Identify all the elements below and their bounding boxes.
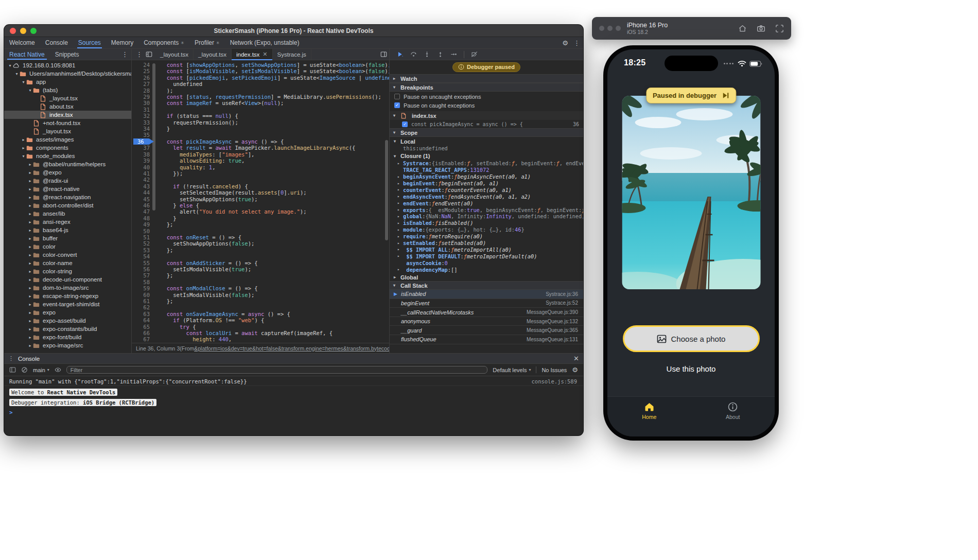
scope-group-local[interactable]: ▾Local [390,137,583,145]
console-prompt[interactable]: > [4,407,583,416]
step-into-icon[interactable] [424,51,430,58]
tab-components[interactable]: Components✳ [138,37,189,48]
tree-item-escape-string-regexp[interactable]: ▸escape-string-regexp [4,292,131,300]
sim-camera-icon[interactable] [757,24,765,33]
drawer-menu-icon[interactable]: ⋮ [8,355,14,362]
resume-debugger-icon[interactable] [722,92,729,99]
sim-minimize-button[interactable] [607,26,613,31]
console-message-2[interactable]: Debugger integration: iOS Bridge (RCTBri… [4,398,583,407]
callstack-frame-anonymous[interactable]: anonymousMessageQueue.js:132 [390,317,583,326]
tree-item--react-navigation[interactable]: ▸@react-navigation [4,193,131,201]
tree-item--radix-ui[interactable]: ▸@radix-ui [4,177,131,185]
close-drawer-icon[interactable]: ✕ [573,355,579,362]
editor-more-icon[interactable]: ⋮ [136,50,143,58]
source-url-link[interactable]: &platform=ios&dev=true&hot=false&transfo… [194,345,389,352]
tree-item-decode-uri-component[interactable]: ▸decode-uri-component [4,275,131,284]
callstack-frame--callReactNativeMicrotasks[interactable]: __callReactNativeMicrotasksMessageQueue.… [390,308,583,317]
source-location-link[interactable]: console.js:589 [531,378,577,384]
resume-script-icon[interactable] [397,51,404,58]
tree-item-color[interactable]: ▸color [4,242,131,251]
close-tab-icon[interactable]: ✕ [263,51,267,58]
tab-snippets[interactable]: Snippets [50,49,84,60]
editor-tab-1--layout-tsx[interactable]: _layout.tsx [194,49,232,60]
scope-variable--IMPORT-DEFAULT[interactable]: ▸_$$_IMPORT_DEFAULT: ƒ metroImportDefaul… [390,253,583,259]
tree-item--react-native[interactable]: ▸@react-native [4,185,131,193]
scope-variable-Systrace[interactable]: ▸Systrace: {isEnabled: ƒ, setEnabled: ƒ,… [390,160,583,167]
scope-variable--asyncCookie[interactable]: _asyncCookie: 0 [390,259,583,266]
tree-item-dom-to-image-src[interactable]: ▸dom-to-image/src [4,284,131,292]
scope-variable-beginAsyncEvent[interactable]: ▸beginAsyncEvent: ƒ beginAsyncEvent(a0, … [390,173,583,180]
tree-item-color-string[interactable]: ▸color-string [4,267,131,275]
scope-group-closure-[interactable]: ▾Closure (1) [390,152,583,160]
tree-item-expo-font-build[interactable]: ▸expo-font/build [4,333,131,341]
tree-item-expo[interactable]: ▸expo [4,308,131,317]
scope-variable-setEnabled[interactable]: ▸setEnabled: ƒ setEnabled(a0) [390,240,583,247]
editor-scrollbar[interactable] [385,140,388,240]
clear-console-icon[interactable] [21,366,28,373]
tree-item-base64-js[interactable]: ▸base64-js [4,226,131,234]
tree-item-expo-asset-build[interactable]: ▸expo-asset/build [4,317,131,325]
tree-item-about-tsx[interactable]: about.tsx [4,102,131,111]
tree-item--expo[interactable]: ▸@expo [4,168,131,177]
breakpoint-file-group[interactable]: ▾ index.tsx [390,111,583,120]
scope-variable-module[interactable]: ▸module: {exports: {…}, hot: {…}, id: 46… [390,226,583,233]
editor-tab-0--layout-tsx[interactable]: _layout.tsx [155,49,194,60]
scope-variable-endAsyncEvent[interactable]: ▸endAsyncEvent: ƒ endAsyncEvent(a0, a1, … [390,193,583,200]
console-filter-input[interactable] [66,366,488,374]
tree-item--layout-tsx[interactable]: _layout.tsx [4,94,131,102]
sim-home-icon[interactable] [738,24,747,33]
console-drawer-tab[interactable]: Console [18,356,40,362]
editor-tab-2-index-tsx[interactable]: index.tsx✕ [232,49,273,60]
breakpoint-entry[interactable]: ✓ const pickImageAsync = async () => { 3… [390,120,583,128]
sim-close-button[interactable] [599,26,604,31]
scope-variable-counterEvent[interactable]: ▸counterEvent: ƒ counterEvent(a0, a1) [390,186,583,193]
tree-item-assets-images[interactable]: ▸assets/images [4,135,131,144]
settings-gear-icon[interactable]: ⚙ [562,39,568,47]
tab-sources[interactable]: Sources [73,37,106,48]
scope-variable-TRACE-TAG-REACT-APPS[interactable]: TRACE_TAG_REACT_APPS: 131072 [390,167,583,173]
navigator-toggle-icon[interactable] [146,51,152,58]
tree-item-abort-controller-dist[interactable]: ▸abort-controller/dist [4,201,131,209]
scope-variable-endEvent[interactable]: ▸endEvent: ƒ endEvent(a0) [390,200,583,206]
tab-react-native[interactable]: React Native [4,49,50,60]
console-settings-gear-icon[interactable]: ⚙ [572,366,578,374]
tree-item-192-168-0-105-8081[interactable]: ▾192.168.0.105:8081 [4,61,131,69]
console-message-0[interactable]: Running "main" with {"rootTag":1,"initia… [4,377,583,386]
console-sidebar-icon[interactable] [9,366,16,373]
tab-profiler[interactable]: Profiler✳ [189,37,225,48]
tree-item-components[interactable]: ▸components [4,144,131,152]
breakpoint-option[interactable]: ✓Pause on caught exceptions [390,101,583,109]
tree-item--layout-tsx[interactable]: _layout.tsx [4,127,131,135]
scope-variable-isEnabled[interactable]: ▸isEnabled: ƒ isEnabled() [390,220,583,226]
tree-item-node-modules[interactable]: ▾node_modules [4,152,131,160]
tab-welcome[interactable]: Welcome [4,37,40,48]
callstack-section-header[interactable]: ▾Call Stack [390,281,583,290]
tree-item-app[interactable]: ▾app [4,78,131,86]
live-expression-eye-icon[interactable] [55,366,61,373]
step-icon[interactable] [450,51,457,58]
scope-variable--IMPORT-ALL[interactable]: ▸_$$_IMPORT_ALL: ƒ metroImportAll(a0) [390,246,583,253]
tab-network-expo-unstable-[interactable]: Network (Expo, unstable) [225,37,305,48]
tree-item-anser-lib[interactable]: ▸anser/lib [4,209,131,218]
log-levels-dropdown[interactable]: Default levels▾ [493,367,531,373]
scope-variable-require[interactable]: ▸require: ƒ metroRequire(a0) [390,233,583,240]
use-this-photo-button[interactable]: Use this photo [607,364,775,373]
step-out-icon[interactable] [437,51,444,58]
tree-item-buffer[interactable]: ▸buffer [4,234,131,242]
watch-section-header[interactable]: ▸Watch [390,74,583,83]
tree-item-color-convert[interactable]: ▸color-convert [4,251,131,259]
tree-item-index-tsx[interactable]: index.tsx [4,111,131,119]
debugger-sidebar-toggle-icon[interactable] [380,51,387,58]
breakpoints-section-header[interactable]: ▾Breakpoints [390,83,583,92]
navigator-more-icon[interactable]: ⋮ [121,50,128,58]
tree-item-expo-image-src[interactable]: ▸expo-image/src [4,341,131,349]
tree-item-ansi-regex[interactable]: ▸ansi-regex [4,218,131,226]
tab-about[interactable]: About [691,401,775,436]
code-area[interactable]: 24 const [showAppOptions, setShowAppOpti… [132,60,389,343]
tree-item-event-target-shim-dist[interactable]: ▸event-target-shim/dist [4,300,131,308]
sim-zoom-button[interactable] [616,26,621,31]
deactivate-breakpoints-icon[interactable] [471,51,478,58]
callstack-frame-isEnabled[interactable]: ▶isEnabledSystrace.js:36 [390,290,583,299]
sim-screenshot-icon[interactable] [775,24,784,33]
checkbox[interactable] [394,94,400,99]
